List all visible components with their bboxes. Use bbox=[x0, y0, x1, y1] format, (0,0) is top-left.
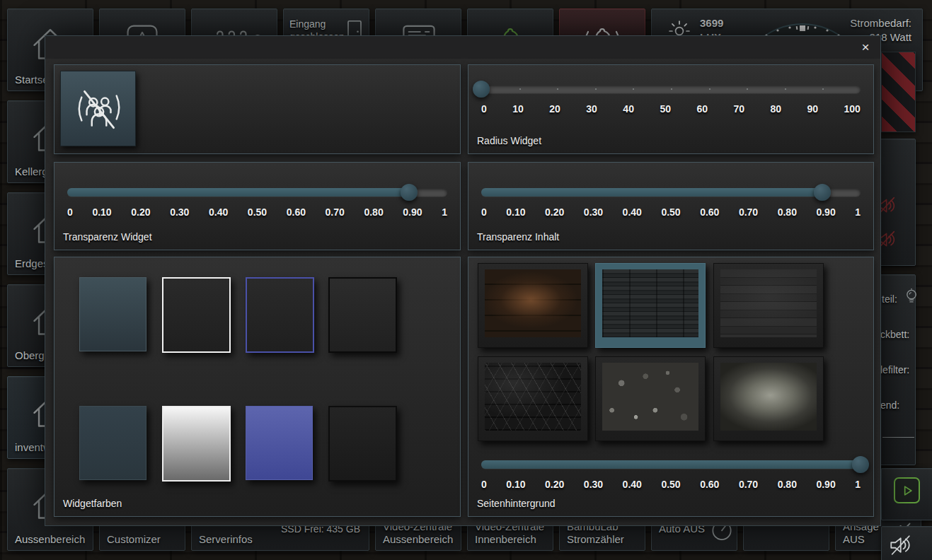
background-texture-concrete-grunge[interactable] bbox=[713, 356, 824, 441]
info-fragment: end: bbox=[880, 399, 899, 411]
slider-tick-labels: 0102030405060708090100 bbox=[481, 103, 861, 115]
widget-color-swatch-dark-indigo-border[interactable] bbox=[246, 277, 314, 353]
info-fragment: ckbett: bbox=[880, 329, 909, 340]
lux-value: 3699 bbox=[700, 17, 723, 29]
tick-label: 0.60 bbox=[700, 206, 719, 218]
slider-tick-dot bbox=[709, 88, 710, 90]
tick-label: 0.20 bbox=[545, 479, 564, 490]
slider-tick-dot bbox=[785, 88, 786, 90]
tick-label: 0 bbox=[481, 206, 487, 218]
smart-home-dashboard: Startseite Eingang geschlossen 3699 LUX … bbox=[0, 0, 932, 560]
radius-slider: 0102030405060708090100 bbox=[481, 85, 861, 115]
tick-label: 0.80 bbox=[778, 206, 797, 218]
tick-label: 0.10 bbox=[506, 479, 525, 490]
slider-fill bbox=[67, 188, 409, 197]
tick-label: 0.10 bbox=[92, 206, 111, 218]
speaker-muted-icon bbox=[887, 532, 913, 558]
widget-color-swatch-white-gradient[interactable] bbox=[162, 406, 231, 482]
tick-label: 40 bbox=[623, 103, 634, 115]
texture-preview bbox=[602, 269, 698, 337]
tick-label: 0.30 bbox=[584, 479, 603, 490]
tick-label: 80 bbox=[770, 103, 781, 115]
tick-label: 30 bbox=[586, 103, 597, 115]
background-texture-wood-planks-warm[interactable] bbox=[478, 263, 588, 348]
tick-label: 60 bbox=[696, 103, 708, 115]
tick-label: 50 bbox=[660, 103, 671, 115]
transparenz-inhalt-slider: 00.100.200.300.400.500.600.700.800.901 bbox=[481, 188, 861, 218]
tick-label: 100 bbox=[844, 103, 861, 115]
tick-label: 0.40 bbox=[623, 206, 642, 218]
background-texture-wood-planks-gray[interactable] bbox=[713, 263, 824, 348]
panel-radius-widget: 0102030405060708090100 Radius Widget bbox=[468, 64, 874, 154]
slider-tick-dot bbox=[595, 88, 597, 90]
panel-label: Transparenz Widget bbox=[63, 231, 152, 243]
slider-tick-dot bbox=[633, 88, 634, 90]
slider-handle[interactable] bbox=[814, 184, 831, 201]
slider-handle[interactable] bbox=[852, 456, 869, 473]
tick-label: 0.80 bbox=[364, 206, 383, 218]
panel-transparenz-inhalt: 00.100.200.300.400.500.600.700.800.901 T… bbox=[468, 162, 874, 250]
tick-label: 0 bbox=[481, 479, 487, 490]
seitenhintergrund-slider: 00.100.200.300.400.500.600.700.800.901 bbox=[481, 460, 861, 490]
tick-label: 0.60 bbox=[700, 479, 719, 490]
tick-label: 0.50 bbox=[248, 206, 267, 218]
texture-preview bbox=[720, 363, 817, 431]
slider-handle[interactable] bbox=[473, 81, 490, 98]
tile-label: Customizer bbox=[107, 533, 161, 545]
tick-label: 0.70 bbox=[739, 479, 758, 490]
right-mute-tile[interactable] bbox=[881, 526, 932, 560]
slider-tick-dot bbox=[822, 88, 824, 90]
panel-label: Transparenz Inhalt bbox=[477, 231, 559, 243]
background-texture-hexagon-tiles[interactable] bbox=[478, 356, 588, 441]
tick-label: 70 bbox=[733, 103, 744, 115]
tick-label: 20 bbox=[549, 103, 560, 115]
close-icon[interactable]: × bbox=[856, 38, 875, 57]
tile-label: Aussenbereich bbox=[15, 533, 85, 545]
tick-label: 0.70 bbox=[326, 206, 345, 218]
texture-preview bbox=[720, 269, 817, 337]
tick-label: 0.90 bbox=[816, 479, 835, 490]
tile-label: Serverinfos bbox=[199, 533, 253, 545]
tick-label: 0.20 bbox=[545, 206, 564, 218]
background-texture-wood-slats-dark-selected[interactable] bbox=[595, 263, 706, 348]
slider-handle[interactable] bbox=[401, 184, 418, 201]
background-texture-gravel-stones[interactable] bbox=[595, 356, 706, 441]
panel-label: Radius Widget bbox=[477, 135, 541, 146]
slider-tick-labels: 00.100.200.300.400.500.600.700.800.901 bbox=[67, 206, 447, 218]
tick-label: 0.90 bbox=[816, 206, 835, 218]
tick-label: 0.40 bbox=[209, 206, 228, 218]
tick-label: 0 bbox=[481, 103, 487, 115]
transparenz-widget-slider: 00.100.200.300.400.500.600.700.800.901 bbox=[67, 188, 447, 218]
widget-color-swatch-dark-black-border[interactable] bbox=[328, 277, 397, 353]
panel-transparenz-widget: 00.100.200.300.400.500.600.700.800.901 T… bbox=[54, 162, 461, 250]
widget-color-swatch-indigo-gradient[interactable] bbox=[246, 406, 313, 480]
tick-label: 0.30 bbox=[170, 206, 189, 218]
tick-label: 10 bbox=[512, 103, 524, 115]
hazard-stripes-tile[interactable] bbox=[881, 52, 916, 132]
customizer-modal: × 0102030405060708090100 Radius Widget bbox=[45, 35, 881, 526]
slider-fill bbox=[481, 460, 861, 469]
info-fragment: lefilter: bbox=[880, 364, 909, 375]
presence-toggle-button[interactable] bbox=[60, 71, 136, 146]
people-group-off-icon bbox=[72, 83, 125, 135]
tick-label: 0.60 bbox=[287, 206, 306, 218]
tick-label: 0.70 bbox=[739, 206, 758, 218]
tick-label: 1 bbox=[442, 206, 447, 218]
widget-color-swatch-teal-gradient[interactable] bbox=[79, 277, 146, 351]
tick-label: 0.20 bbox=[131, 206, 150, 218]
widget-color-swatch-slate-solid[interactable] bbox=[79, 406, 146, 480]
slider-track[interactable] bbox=[481, 85, 861, 93]
widget-color-swatch-black-solid[interactable] bbox=[328, 406, 397, 482]
tick-label: 0.30 bbox=[584, 206, 603, 218]
panel-seitenhintergrund: 00.100.200.300.400.500.600.700.800.901 S… bbox=[468, 257, 874, 517]
panel-label: Widgetfarben bbox=[63, 498, 122, 509]
play-icon bbox=[900, 484, 914, 498]
widget-color-swatch-dark-white-border[interactable] bbox=[162, 277, 231, 353]
play-button[interactable] bbox=[894, 477, 920, 503]
slider-tick-labels: 00.100.200.300.400.500.600.700.800.901 bbox=[481, 206, 861, 218]
tick-label: 1 bbox=[855, 206, 861, 218]
panel-label: Seitenhintergrund bbox=[477, 498, 556, 509]
slider-tick-dot bbox=[671, 88, 672, 90]
tick-label: 0.80 bbox=[778, 479, 797, 490]
power-demand-label: Strombedarf: bbox=[850, 17, 911, 29]
